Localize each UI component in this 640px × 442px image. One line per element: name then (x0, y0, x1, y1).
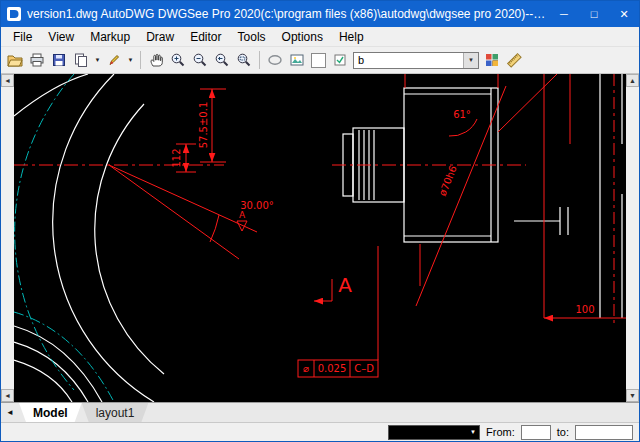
tab-nav-left-button[interactable]: ◄ (1, 403, 19, 422)
scroll-down-button[interactable]: ▼ (626, 389, 639, 402)
toolbar-separator (140, 51, 141, 69)
combobox-dropdown-icon[interactable]: ▼ (463, 53, 478, 68)
datum-flag-label: A (239, 210, 246, 220)
menu-bar: File View Markup Draw Editor Tools Optio… (1, 27, 639, 47)
zoom-window-icon (236, 52, 252, 68)
zoom-previous-button[interactable] (211, 49, 233, 71)
layers-grid-icon (484, 52, 500, 68)
zoom-out-icon (192, 52, 208, 68)
dim-label-height-tol: 57.5±0.1 (198, 102, 209, 149)
zoom-previous-icon (214, 52, 230, 68)
copy-page-icon (73, 52, 89, 68)
picture-icon (289, 52, 305, 68)
menu-help[interactable]: Help (331, 28, 372, 46)
print-button[interactable] (26, 49, 48, 71)
ellipse-icon (267, 52, 283, 68)
measure-button[interactable] (503, 49, 525, 71)
app-icon (7, 7, 21, 21)
tab-model[interactable]: Model (19, 403, 82, 422)
drawing-canvas[interactable]: 57.5±0.1 112 30.00° A A ⌀ 0.025 C–D ø70h… (14, 74, 626, 402)
section-label: A (338, 273, 352, 297)
menu-markup[interactable]: Markup (82, 28, 138, 46)
layer-combobox-value: b (354, 54, 463, 66)
snapshot-dropdown[interactable]: ▼ (92, 49, 103, 71)
to-input[interactable] (575, 425, 633, 440)
zoom-in-button[interactable] (167, 49, 189, 71)
markup-dropdown[interactable]: ▼ (125, 49, 136, 71)
minimize-button[interactable]: ─ (549, 1, 579, 27)
scroll-left-top-button[interactable]: ◄ (1, 74, 14, 87)
background-color-picker[interactable]: ▼ (388, 425, 480, 440)
app-window: version1.dwg AutoDWG DWGSee Pro 2020(c:\… (0, 0, 640, 442)
from-input[interactable] (521, 425, 551, 440)
dim-label-100: 100 (575, 304, 594, 315)
dim-label-dia70: ø70h6 (437, 164, 459, 197)
menu-file[interactable]: File (5, 28, 40, 46)
pan-button[interactable] (145, 49, 167, 71)
dimension-lines (14, 74, 626, 377)
snapshot-button[interactable] (70, 49, 92, 71)
checkbox-icon (332, 52, 348, 68)
menu-view[interactable]: View (40, 28, 82, 46)
menu-options[interactable]: Options (274, 28, 331, 46)
layout-tab-bar: ◄ Model layout1 (1, 402, 639, 422)
dimension-labels: 57.5±0.1 112 30.00° A A ⌀ 0.025 C–D ø70h… (171, 102, 595, 374)
from-label: From: (486, 426, 515, 438)
left-scroll-strip: ◄ ◄ (1, 74, 14, 402)
hand-pan-icon (148, 52, 164, 68)
menu-draw[interactable]: Draw (138, 28, 182, 46)
cad-drawing: 57.5±0.1 112 30.00° A A ⌀ 0.025 C–D ø70h… (14, 74, 626, 402)
fcf-symbol: ⌀ (303, 363, 309, 374)
dim-label-112: 112 (171, 148, 182, 167)
markup-button[interactable] (103, 49, 125, 71)
layer-combobox[interactable]: b ▼ (353, 52, 479, 69)
image-tool-button[interactable] (286, 49, 308, 71)
dim-label-30deg: 30.00° (240, 200, 274, 211)
main-area: ◄ ◄ (1, 74, 639, 402)
scroll-up-button[interactable]: ▲ (626, 74, 639, 87)
scroll-left-bottom-button[interactable]: ◄ (1, 389, 14, 402)
status-bar: ▼ From: to: (1, 422, 639, 441)
toolbar-separator (259, 51, 260, 69)
to-label: to: (557, 426, 569, 438)
title-bar: version1.dwg AutoDWG DWGSee Pro 2020(c:\… (1, 1, 639, 27)
fcf-tolerance: 0.025 (318, 363, 347, 374)
close-button[interactable]: ✕ (609, 1, 639, 27)
save-floppy-icon (51, 52, 67, 68)
save-button[interactable] (48, 49, 70, 71)
zoom-out-button[interactable] (189, 49, 211, 71)
oval-tool-button[interactable] (264, 49, 286, 71)
layers-button[interactable] (481, 49, 503, 71)
color-picker-dropdown-icon[interactable]: ▼ (470, 429, 476, 435)
menu-editor[interactable]: Editor (182, 28, 229, 46)
zoom-in-icon (170, 52, 186, 68)
fcf-datum-ref: C–D (354, 363, 374, 374)
part-geometry (14, 74, 622, 402)
zoom-window-button[interactable] (233, 49, 255, 71)
menu-tools[interactable]: Tools (230, 28, 274, 46)
open-button[interactable] (4, 49, 26, 71)
window-title: version1.dwg AutoDWG DWGSee Pro 2020(c:\… (27, 7, 549, 21)
color-swatch[interactable] (311, 53, 326, 68)
pencil-icon (106, 52, 122, 68)
checkbox-tool-button[interactable] (329, 49, 351, 71)
ruler-icon (506, 52, 522, 68)
tab-layout1[interactable]: layout1 (82, 403, 149, 422)
toolbar: ▼ ▼ b ▼ (1, 47, 639, 74)
dim-label-61deg: 61° (453, 109, 471, 120)
open-folder-icon (7, 52, 23, 68)
printer-icon (29, 52, 45, 68)
maximize-button[interactable]: □ (579, 1, 609, 27)
right-scroll-strip: ▲ ▼ (626, 74, 639, 402)
